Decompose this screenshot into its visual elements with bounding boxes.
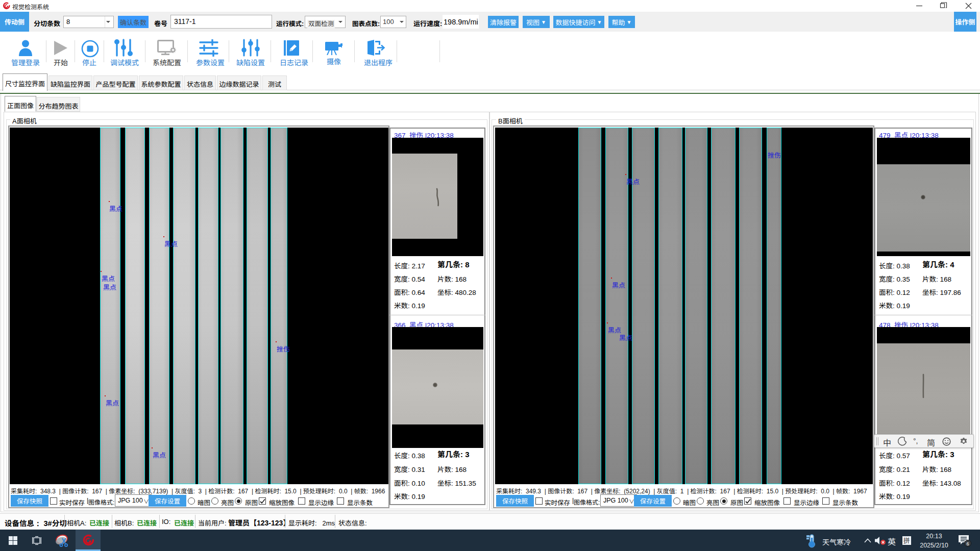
svg-text:6: 6 [966, 541, 969, 546]
